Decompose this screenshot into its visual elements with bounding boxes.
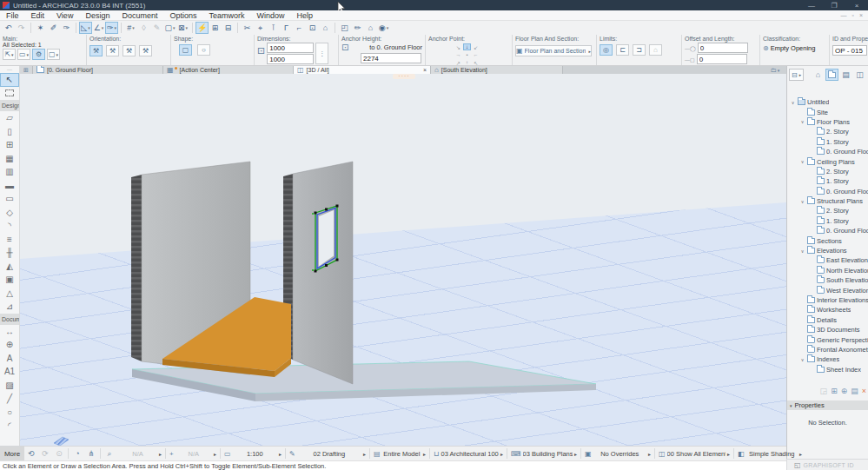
tree-item[interactable]: ∨Elevations [787,246,868,255]
toolbox-more-button[interactable]: More [0,447,24,461]
curtain-wall-tool[interactable]: ▦ [0,152,19,166]
orbit-button[interactable]: ◔ [70,447,84,460]
view-tab-3[interactable]: ◫[3D / All]× [294,66,431,74]
favorites-set-dropdown[interactable]: ⌨03 Building Plans▸ [509,447,579,460]
new-folder-button[interactable]: ▤ [851,387,858,395]
arrow-tool[interactable]: ↖ [0,73,19,87]
palette-grip[interactable]: — [0,66,19,73]
view-tab-2[interactable]: ▦[Action Center] [163,66,294,74]
zoom-value-dropdown[interactable]: N/A▸ [116,447,163,460]
menu-file[interactable]: File [0,10,25,21]
anchor-point-6[interactable]: ↗ [454,59,462,65]
length-field[interactable] [697,54,747,64]
properties-header[interactable]: ▾ Properties [787,400,868,410]
save-current-view-button[interactable]: ⊕ [841,387,848,395]
adjust-button[interactable]: ⌖ [254,22,267,34]
renovation-filter-dropdown[interactable]: ◫00 Show All Elements▸ [657,447,732,460]
anchor-point-4[interactable]: • [463,51,471,58]
chevron-down-icon[interactable]: ∨ [799,119,805,124]
intersect-button[interactable]: ⊺ [267,22,280,34]
tree-item[interactable]: East Elevation [787,255,868,265]
explore-button[interactable]: ⋔ [84,447,98,460]
tree-item[interactable]: Site [787,107,868,116]
column-tool[interactable]: ▥ [0,165,19,179]
circle-tool[interactable]: ○ [0,406,19,420]
tree-item[interactable]: ∨Structural Plans [787,196,868,206]
anchor-point-5[interactable]: ← [472,51,480,58]
lock-button[interactable]: ⊠▾ [176,22,189,34]
line-tool[interactable]: ╱ [0,392,19,406]
tree-item[interactable]: ∨Floor Plans [787,117,868,127]
text-tool[interactable]: A [0,352,19,366]
3d-viewport[interactable]: ···· [20,74,786,446]
menu-teamwork[interactable]: Teamwork [202,10,250,21]
tree-item[interactable]: ∨Ceiling Plans [787,156,868,166]
anchor-point-8[interactable]: ↖ [472,59,480,65]
chevron-down-icon[interactable]: ∨ [799,199,805,204]
fill-tool[interactable]: ▨ [0,379,19,393]
tree-item[interactable]: 2. Story [787,167,868,176]
chevron-down-icon[interactable]: ∨ [799,357,805,362]
menu-view[interactable]: View [50,10,79,21]
graphisoft-id-text[interactable]: GRAPHISOFT ID [804,462,854,468]
anchor-point-1[interactable]: ↓ [463,43,471,50]
floorplan-display-button[interactable]: ▣ Floor Plan and Section... ▸ [515,45,592,56]
restore-button[interactable]: ❐ [823,2,845,10]
beam-tool[interactable]: ▬ [0,179,19,193]
shell-tool[interactable]: ◝ [0,219,19,233]
window-tool[interactable]: ⊞ [0,138,19,152]
doc-restore-button[interactable]: ▫ [851,12,853,18]
stair-tool[interactable]: ≡ [0,233,19,247]
elevate-button[interactable]: ⌂ [319,22,332,34]
menu-design[interactable]: Design [79,10,116,21]
resize-button[interactable]: ⊡ [306,22,319,34]
go-back-button[interactable]: ⟲ [24,447,38,460]
tree-item[interactable]: 0. Ground Floor [787,187,868,196]
split-button[interactable]: ✂ [241,22,254,34]
view-tab-4[interactable]: ⌂[South Elevation] [431,66,563,74]
tree-item[interactable]: 2. Story [787,127,868,136]
offset-field[interactable] [698,43,748,53]
tab-list-button[interactable]: 🗀▾ [764,66,786,74]
tree-item[interactable]: Interior Elevations [787,295,868,305]
minimize-button[interactable]: — [800,2,823,10]
door-tool[interactable]: ▯ [0,125,19,139]
undo-button[interactable]: ↶ [2,22,15,34]
gravity-button[interactable]: ◊ [137,22,150,34]
redo-button[interactable]: ↷ [15,22,28,34]
tree-item[interactable]: ∨Untitled [787,97,868,107]
favorites-button[interactable]: ✑ [60,22,73,34]
tree-item[interactable]: Frontal Axonometry [787,345,868,354]
graphic-override-dropdown[interactable]: ▣No Overrides▸ [583,447,653,460]
tree-item[interactable]: Sections [787,235,868,245]
wall-tool[interactable]: ▱ [0,111,19,125]
roof-tool[interactable]: ◇ [0,206,19,220]
marquee-tool[interactable] [0,87,19,101]
tree-item[interactable]: South Elevation [787,275,868,285]
tree-item[interactable]: Generic Perspective [787,334,868,344]
limit-projected-button[interactable]: ⊏ [616,44,629,56]
anchor-point-2[interactable]: ↙ [472,43,480,50]
offset-button[interactable]: ⌐ [293,22,306,34]
morph-edit-button[interactable]: ◰ [338,22,351,34]
tree-item[interactable]: 1. Story [787,216,868,226]
tree-item[interactable]: 1. Story [787,176,868,186]
go-forward-button[interactable]: ⟳ [38,447,52,460]
publisher-sets-button[interactable]: ◫ [853,69,866,81]
limit-home-button[interactable]: ⌂ [649,44,662,56]
window-select-button[interactable]: ▢▾ [47,49,60,60]
delete-item-button[interactable]: × [862,387,866,395]
tab-overview-button[interactable]: ⊞ [20,66,33,74]
layout-book-button[interactable]: ▤ [839,69,852,81]
tree-item[interactable]: 3D Documents [787,325,868,334]
pick-up-parameters-button[interactable]: ✶ [34,22,47,34]
orientation-3-button[interactable]: ⚒ [123,45,136,56]
orientation-1-button[interactable]: ⚒ [89,45,103,56]
menu-options[interactable]: Options [163,10,202,21]
label-tool[interactable]: A1 [0,365,19,379]
polyline-tool[interactable]: ◜ [0,419,19,433]
object-tool[interactable]: ▣ [0,273,19,287]
shape-rectangle-button[interactable]: ▢ [179,44,192,56]
tree-item[interactable]: 1. Story [787,137,868,147]
fillet-button[interactable]: Γ [280,22,293,34]
